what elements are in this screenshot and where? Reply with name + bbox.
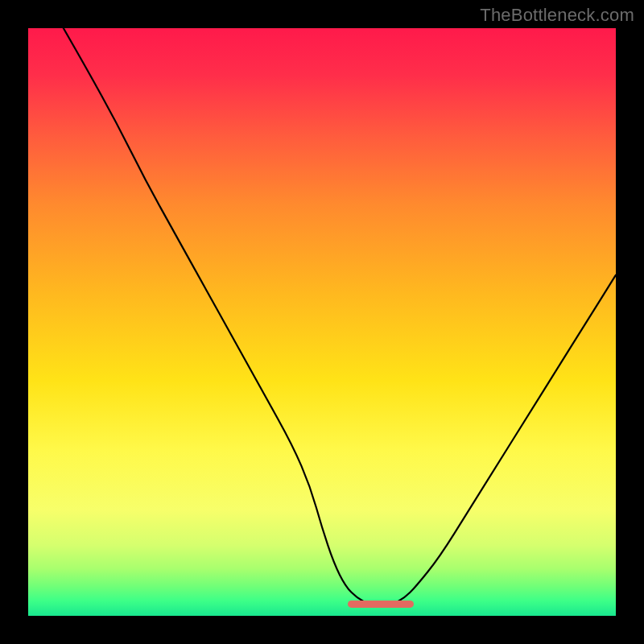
plot-area [28, 28, 616, 616]
curve-layer [28, 28, 616, 616]
chart-frame: TheBottleneck.com [0, 0, 644, 644]
bottleneck-curve [64, 28, 616, 604]
watermark-text: TheBottleneck.com [480, 5, 634, 26]
